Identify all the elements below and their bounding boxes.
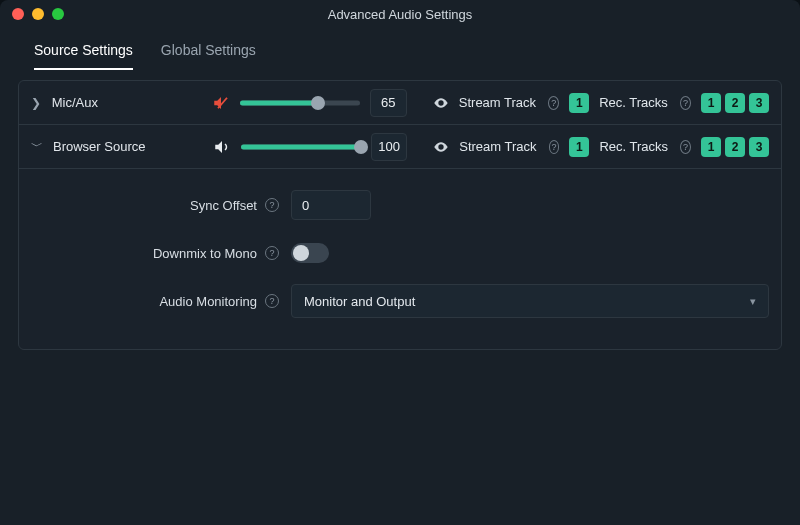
help-icon[interactable]: ? [549,140,560,154]
help-icon[interactable]: ? [265,198,279,212]
minimize-window-button[interactable] [32,8,44,20]
svg-point-0 [439,101,442,104]
help-icon[interactable]: ? [265,294,279,308]
chevron-down-icon: ▾ [750,295,756,308]
traffic-lights [0,8,64,20]
volume-value-input[interactable]: 100 [371,133,407,161]
toggle-knob [293,245,309,261]
audio-monitoring-select[interactable]: Monitor and Output ▾ [291,284,769,318]
source-name: Browser Source [53,139,203,154]
sources-panel: ❯ Mic/Aux 65 Stream Track ? 1 Rec. Track… [18,80,782,350]
sync-offset-input[interactable]: 0 [291,190,371,220]
downmix-toggle[interactable] [291,243,329,263]
close-window-button[interactable] [12,8,24,20]
svg-point-1 [440,145,443,148]
source-row-browser-source: ﹀ Browser Source 100 Stream Track ? 1 Re… [19,125,781,169]
rec-track-1-button[interactable]: 1 [701,93,721,113]
stream-tracks: 1 [569,93,589,113]
downmix-label: Downmix to Mono [153,246,257,261]
rec-track-2-button[interactable]: 2 [725,137,745,157]
zoom-window-button[interactable] [52,8,64,20]
audio-monitoring-row: Audio Monitoring ? Monitor and Output ▾ [31,277,769,325]
source-name: Mic/Aux [52,95,202,110]
rec-tracks: 1 2 3 [701,93,769,113]
audio-monitoring-label: Audio Monitoring [159,294,257,309]
expand-toggle[interactable]: ﹀ [31,138,43,155]
help-icon[interactable]: ? [680,140,691,154]
tab-global-settings[interactable]: Global Settings [161,42,256,70]
rec-track-3-button[interactable]: 3 [749,137,769,157]
window: Advanced Audio Settings Source Settings … [0,0,800,525]
tab-bar: Source Settings Global Settings [0,28,800,70]
titlebar: Advanced Audio Settings [0,0,800,28]
volume-value-input[interactable]: 65 [370,89,407,117]
stream-track-label: Stream Track [459,139,536,154]
source-row-mic-aux: ❯ Mic/Aux 65 Stream Track ? 1 Rec. Track… [19,81,781,125]
downmix-row: Downmix to Mono ? [31,229,769,277]
speaker-icon[interactable] [213,138,231,156]
visibility-icon[interactable] [433,95,449,111]
help-icon[interactable]: ? [548,96,559,110]
audio-monitoring-value: Monitor and Output [304,294,415,309]
stream-tracks: 1 [569,137,589,157]
volume-slider[interactable] [241,139,361,155]
help-icon[interactable]: ? [265,246,279,260]
rec-tracks-label: Rec. Tracks [599,139,668,154]
sync-offset-label: Sync Offset [190,198,257,213]
volume-slider[interactable] [240,95,360,111]
rec-tracks-label: Rec. Tracks [599,95,668,110]
rec-track-2-button[interactable]: 2 [725,93,745,113]
expand-toggle[interactable]: ❯ [31,96,42,110]
visibility-icon[interactable] [433,139,449,155]
rec-track-3-button[interactable]: 3 [749,93,769,113]
rec-tracks: 1 2 3 [701,137,769,157]
window-title: Advanced Audio Settings [0,7,800,22]
stream-track-1-button[interactable]: 1 [569,137,589,157]
sync-offset-row: Sync Offset ? 0 [31,181,769,229]
tab-source-settings[interactable]: Source Settings [34,42,133,70]
source-details: Sync Offset ? 0 Downmix to Mono ? Audio … [19,169,781,349]
stream-track-1-button[interactable]: 1 [569,93,589,113]
rec-track-1-button[interactable]: 1 [701,137,721,157]
stream-track-label: Stream Track [459,95,536,110]
help-icon[interactable]: ? [680,96,691,110]
mute-icon[interactable] [212,94,230,112]
